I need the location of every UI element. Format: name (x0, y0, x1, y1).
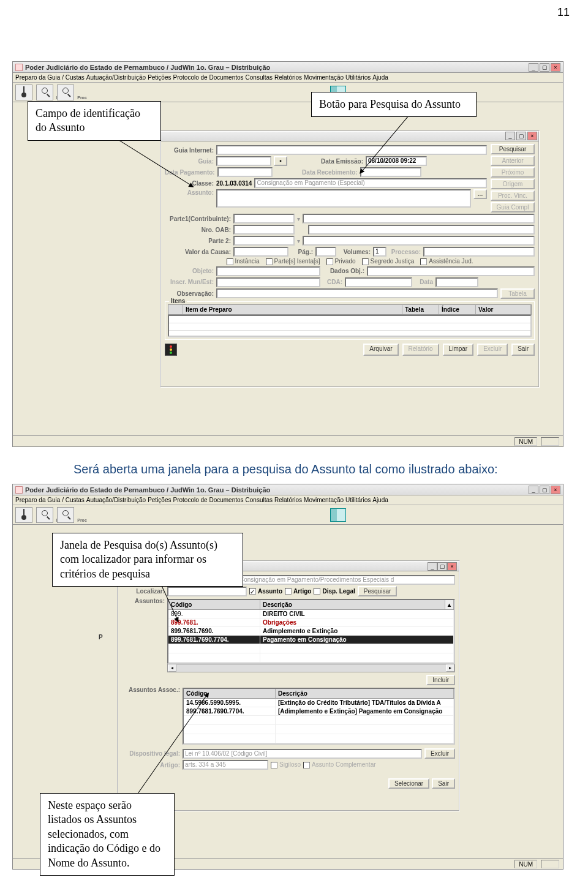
dados-obj-input[interactable] (367, 266, 535, 276)
assunto-row[interactable]: 899.7681.Obrigações (168, 618, 454, 627)
excluir-button[interactable]: Excluir (477, 344, 508, 356)
objeto-input[interactable] (216, 266, 320, 276)
limpar-button[interactable]: Limpar (443, 344, 474, 356)
guia-compl-side-button[interactable]: Guia Compl (491, 202, 535, 212)
menu-utilitarios[interactable]: Utilitários (345, 74, 371, 81)
origem-side-button[interactable]: Origem (491, 179, 535, 189)
cda-input[interactable] (345, 277, 412, 287)
close-button[interactable]: × (551, 63, 560, 72)
chk-privado[interactable] (326, 258, 333, 265)
volumes-input[interactable]: 1 (373, 247, 386, 257)
chk-sigiloso[interactable] (271, 762, 277, 769)
menu-peticoes[interactable]: Petições (148, 74, 171, 81)
maximize-button-2[interactable]: ▢ (540, 486, 549, 494)
chk-disp[interactable] (314, 588, 320, 595)
data-recebimento-input[interactable] (360, 167, 421, 177)
menu-relatorios[interactable]: Relatórios (274, 74, 302, 81)
chk-assist[interactable] (420, 258, 427, 265)
assoc-row[interactable]: 14.5986.5990.5995.[Extinção do Crédito T… (184, 699, 454, 707)
nro-oab-input[interactable] (233, 225, 295, 235)
tb-pess-button[interactable]: Pess (36, 85, 53, 100)
tb-person-button[interactable] (15, 85, 32, 100)
menu2-relatorios[interactable]: Relatórios (274, 497, 302, 503)
excluir-button-2[interactable]: Excluir (424, 748, 455, 759)
menu2-autuacao[interactable]: Autuação/Distribuição (86, 497, 146, 503)
cls-close-button[interactable]: × (447, 562, 457, 571)
assunto-row[interactable]: 899.DIREITO CIVIL (168, 610, 454, 618)
pag-input[interactable] (315, 247, 336, 257)
menu2-peticoes[interactable]: Petições (148, 497, 171, 503)
incluir-button[interactable]: Incluir (426, 675, 455, 685)
menu2-utilitarios[interactable]: Utilitários (345, 497, 371, 503)
assunto-row-selected[interactable]: 899.7681.7690.7704.Pagamento em Consigna… (168, 636, 454, 644)
localizar-label: Localizar: (122, 588, 165, 595)
parte1-select[interactable] (233, 214, 295, 224)
assoc-row[interactable]: 899.7681.7690.7704.[Adimplemento e Extin… (184, 707, 454, 716)
proximo-side-button[interactable]: Próximo (491, 167, 535, 178)
guia-lookup-button[interactable]: ▪ (274, 156, 287, 166)
tb2-proc-button[interactable]: Proc (57, 507, 74, 523)
oab-nome-input[interactable] (308, 225, 535, 235)
tb2-person-button[interactable] (15, 507, 32, 523)
tabela-button[interactable]: Tabela (500, 288, 535, 299)
chk-artigo[interactable] (285, 588, 292, 595)
selecionar-button[interactable]: Selecionar (388, 778, 429, 789)
close-button-2[interactable]: × (551, 486, 560, 494)
pesquisar-button[interactable]: Pesquisar (358, 586, 397, 596)
arquivar-button[interactable]: Arquivar (363, 344, 398, 356)
menu-preparo[interactable]: Preparo da Guia / Custas (15, 74, 85, 81)
menu-autuacao[interactable]: Autuação/Distribuição (86, 74, 146, 81)
menu2-consultas[interactable]: Consultas (246, 497, 273, 503)
tb-proc-button[interactable]: Proc (57, 85, 74, 100)
chk-partes[interactable] (266, 258, 273, 265)
menu2-protocolo[interactable]: Protocolo de Documentos (173, 497, 243, 503)
data-input[interactable] (435, 277, 478, 287)
minimize-button-2[interactable]: _ (529, 486, 538, 494)
classe-cnj-desc: Consignação em Pagamento/Procedimentos E… (237, 575, 455, 585)
chk-compl[interactable] (303, 762, 310, 769)
menu-ajuda[interactable]: Ajuda (372, 74, 388, 81)
maximize-button[interactable]: ▢ (540, 63, 549, 72)
pesquisar-side-button[interactable]: Pesquisar (491, 144, 535, 154)
processo-input[interactable] (423, 247, 535, 257)
assunto-lookup-button[interactable]: ... (473, 189, 487, 199)
parte1-input[interactable] (303, 214, 535, 224)
assunto-textarea[interactable] (216, 189, 471, 208)
data-pagamento-input[interactable] (217, 167, 273, 177)
guia-input[interactable] (216, 156, 271, 166)
scrollbar-h[interactable]: ◂▸ (167, 664, 455, 672)
inscr-input[interactable] (216, 277, 320, 287)
form-max-button[interactable]: ▢ (516, 132, 526, 140)
exit-icon-2[interactable] (330, 508, 346, 522)
anterior-side-button[interactable]: Anterior (491, 156, 535, 166)
sair-button-2[interactable]: Sair (432, 778, 455, 789)
valor-causa-input[interactable] (233, 247, 288, 257)
menu2-ajuda[interactable]: Ajuda (372, 497, 388, 503)
form-close-button[interactable]: × (527, 132, 537, 140)
chk-segredo[interactable] (362, 258, 369, 265)
menu-protocolo[interactable]: Protocolo de Documentos (173, 74, 243, 81)
menu2-movimentacao[interactable]: Movimentação (304, 497, 344, 503)
tb2-pess-button[interactable]: Pess (36, 507, 53, 523)
menu2-preparo[interactable]: Preparo da Guia / Custas (15, 497, 85, 503)
cls-min-button[interactable]: _ (428, 562, 437, 571)
proc-vinc-side-button[interactable]: Proc. Vinc. (491, 190, 535, 201)
form-min-button[interactable]: _ (505, 132, 515, 140)
chk-assunto[interactable]: ✓ (249, 588, 256, 595)
parte2-input[interactable] (303, 236, 535, 246)
menu-bar-2: Preparo da Guia / Custas Autuação/Distri… (13, 495, 563, 505)
relatorio-button[interactable]: Relatório (402, 344, 439, 356)
observacao-input[interactable] (216, 288, 498, 298)
menu-movimentacao[interactable]: Movimentação (304, 74, 344, 81)
guia-internet-input[interactable] (216, 145, 487, 155)
chk-instancia[interactable] (227, 258, 233, 265)
menu-consultas[interactable]: Consultas (246, 74, 273, 81)
sair-button[interactable]: Sair (511, 344, 535, 356)
localizar-input[interactable] (167, 587, 247, 596)
cls-max-button[interactable]: ▢ (437, 562, 447, 571)
minimize-button[interactable]: _ (529, 63, 538, 72)
hdr-scroll-up[interactable]: ▴ (445, 600, 454, 609)
assunto-row[interactable]: 899.7681.7690.Adimplemento e Extinção (168, 627, 454, 636)
parte2-select[interactable] (233, 236, 295, 246)
traffic-light-icon[interactable] (165, 344, 177, 356)
